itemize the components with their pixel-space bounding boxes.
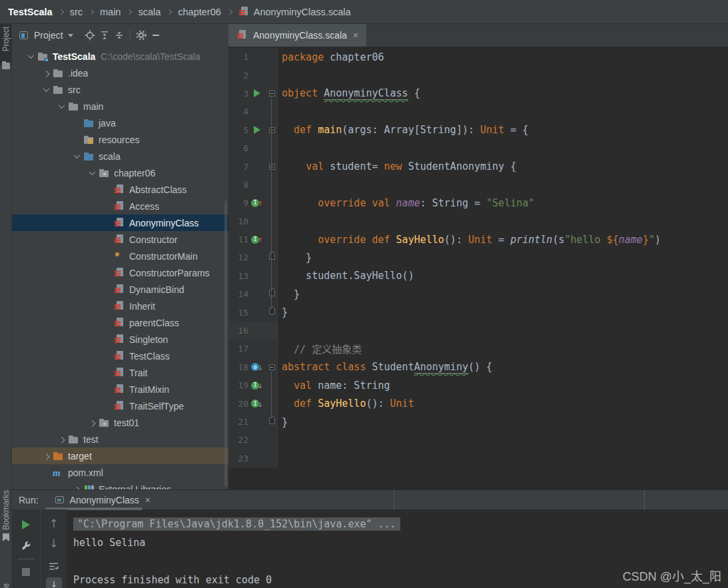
tree-item-target[interactable]: target	[12, 447, 228, 464]
chevron-right-icon[interactable]	[39, 447, 53, 464]
tree-item-resources[interactable]: resources	[12, 131, 228, 148]
code-text[interactable]: }	[278, 306, 728, 318]
code-text[interactable]: }	[278, 288, 728, 300]
overrides-gutter-icon[interactable]: I↑	[248, 234, 266, 244]
tree-item-Inherit[interactable]: Inherit	[12, 298, 228, 314]
code-text[interactable]: override val name: String = "Selina"	[278, 197, 728, 209]
tree-item-TraitSelfType[interactable]: TraitSelfType	[12, 398, 228, 414]
fold-start-icon[interactable]	[266, 364, 278, 370]
breadcrumb-item-scala[interactable]: scala	[138, 7, 161, 17]
tool-button-bookmarks[interactable]: Bookmarks	[1, 490, 11, 530]
tree-item-src[interactable]: src	[12, 81, 228, 98]
fold-end-icon[interactable]	[266, 256, 278, 260]
tree-item-Singleton[interactable]: Singleton	[12, 331, 228, 348]
editor-line-12[interactable]: 12 }	[228, 248, 728, 266]
close-icon[interactable]: ×	[145, 495, 151, 505]
collapse-all-icon[interactable]	[112, 28, 127, 43]
tree-item-scala[interactable]: scala	[12, 148, 228, 164]
tree-item-main[interactable]: main	[12, 98, 228, 115]
run-gutter-icon[interactable]	[248, 89, 266, 97]
tree-item-AnonyminyClass[interactable]: AnonyminyClass	[12, 214, 228, 231]
editor-line-22[interactable]: 22	[228, 431, 728, 449]
fold-start-icon[interactable]	[266, 164, 278, 170]
editor-line-18[interactable]: 18o↓abstract class StudentAnonyminy() {	[228, 358, 728, 376]
fold-start-icon[interactable]	[266, 91, 278, 97]
editor-line-14[interactable]: 14 }	[228, 285, 728, 303]
editor-line-15[interactable]: 15}	[228, 303, 728, 321]
arrow-up-icon[interactable]: ↑	[45, 515, 63, 532]
editor-line-20[interactable]: 20I↓ def SayHello(): Unit	[228, 394, 728, 412]
tool-button-structure[interactable]: ucture	[1, 583, 11, 588]
expand-all-icon[interactable]	[97, 28, 112, 43]
code-text[interactable]: val student= new StudentAnonyminy {	[278, 160, 728, 172]
project-tree-scrollbar[interactable]	[224, 200, 227, 487]
editor-line-10[interactable]: 10	[228, 212, 728, 230]
chevron-down-icon[interactable]	[39, 81, 53, 98]
code-text[interactable]: object AnonyminyClass {	[278, 87, 728, 99]
chevron-down-icon[interactable]	[55, 98, 68, 115]
locate-icon[interactable]	[83, 28, 97, 43]
editor-line-8[interactable]: 8	[228, 176, 728, 194]
code-text[interactable]: student.SayHello()	[278, 270, 728, 282]
editor-line-6[interactable]: 6	[228, 139, 728, 157]
tree-item-test[interactable]: test	[12, 431, 228, 447]
tree-item-java[interactable]: java	[12, 115, 228, 131]
tree-item-AbstractClass[interactable]: AbstractClass	[12, 181, 228, 198]
editor-line-19[interactable]: 19I↓ val name: String	[228, 376, 728, 394]
editor-line-23[interactable]: 23	[228, 449, 728, 467]
editor-line-17[interactable]: 17 // 定义抽象类	[228, 340, 728, 358]
tree-item-.idea[interactable]: .idea	[12, 65, 228, 81]
tree-item-TestScala[interactable]: TestScalaC:\code\scala\TestScala	[12, 48, 228, 65]
overrides-gutter-icon[interactable]: I↑	[248, 198, 266, 208]
editor-line-11[interactable]: 11I↑ override def SayHello(): Unit = pri…	[228, 230, 728, 248]
code-text[interactable]: // 定义抽象类	[278, 342, 728, 356]
chevron-right-icon[interactable]	[39, 65, 53, 81]
tree-item-Access[interactable]: Access	[12, 198, 228, 214]
chevron-right-icon[interactable]	[85, 414, 99, 431]
editor-line-9[interactable]: 9I↑ override val name: String = "Selina"	[228, 194, 728, 212]
chevron-down-icon[interactable]	[68, 34, 73, 37]
tool-button-project[interactable]: Project	[1, 27, 11, 51]
code-text[interactable]: def main(args: Array[String]): Unit = {	[278, 124, 728, 136]
breadcrumb-item-chapter06[interactable]: chapter06	[178, 7, 221, 17]
code-text[interactable]: }	[278, 416, 728, 428]
tree-item-ConstructorParams[interactable]: ConstructorParams	[12, 264, 228, 281]
arrow-down-icon[interactable]: ↓	[45, 535, 63, 552]
tree-item-parentClass[interactable]: parentClass	[12, 314, 228, 331]
chevron-right-icon[interactable]	[55, 431, 68, 447]
editor-line-3[interactable]: 3object AnonyminyClass {	[228, 85, 728, 103]
fold-start-icon[interactable]	[266, 127, 278, 133]
tree-item-External-Libraries[interactable]: External Libraries	[12, 481, 228, 489]
code-text[interactable]: package chapter06	[278, 51, 728, 63]
chevron-down-icon[interactable]	[70, 148, 83, 164]
project-panel-title[interactable]: Project	[34, 30, 63, 41]
tree-item-test01[interactable]: test01	[12, 414, 228, 431]
fold-end-icon[interactable]	[266, 420, 278, 424]
editor-line-5[interactable]: 5 def main(args: Array[String]): Unit = …	[228, 121, 728, 139]
tree-item-chapter06[interactable]: chapter06	[12, 164, 228, 181]
editor-line-1[interactable]: 1package chapter06	[228, 48, 728, 66]
tree-item-Trait[interactable]: Trait	[12, 364, 228, 381]
tree-item-Constructor[interactable]: Constructor	[12, 231, 228, 248]
editor-line-16[interactable]: 16	[228, 322, 728, 340]
implemented-member-gutter-icon[interactable]: I↓	[248, 399, 266, 409]
breadcrumb-file[interactable]: AnonyminyClass.scala	[254, 7, 351, 17]
code-text[interactable]: val name: String	[278, 380, 728, 392]
chevron-right-icon[interactable]	[70, 481, 83, 489]
hide-panel-icon[interactable]	[149, 28, 163, 43]
editor-line-4[interactable]: 4	[228, 103, 728, 121]
run-tab[interactable]: AnonyminyClass ×	[51, 490, 155, 510]
tree-item-TraitMixin[interactable]: TraitMixin	[12, 381, 228, 398]
breadcrumb-item-TestScala[interactable]: TestScala	[8, 7, 53, 17]
stop-button[interactable]	[17, 563, 35, 581]
editor-line-21[interactable]: 21}	[228, 413, 728, 431]
code-text[interactable]: abstract class StudentAnonyminy() {	[278, 361, 728, 373]
chevron-down-icon[interactable]	[85, 164, 99, 181]
scroll-to-end-icon[interactable]	[46, 577, 62, 588]
tree-item-ConstructorMain[interactable]: ConstructorMain	[12, 248, 228, 264]
editor-line-2[interactable]: 2	[228, 66, 728, 84]
tree-item-DynamicBind[interactable]: DynamicBind	[12, 281, 228, 298]
soft-wrap-icon[interactable]	[45, 557, 63, 575]
editor-tab-active[interactable]: AnonyminyClass.scala ×	[228, 24, 366, 47]
close-icon[interactable]: ×	[353, 30, 358, 41]
